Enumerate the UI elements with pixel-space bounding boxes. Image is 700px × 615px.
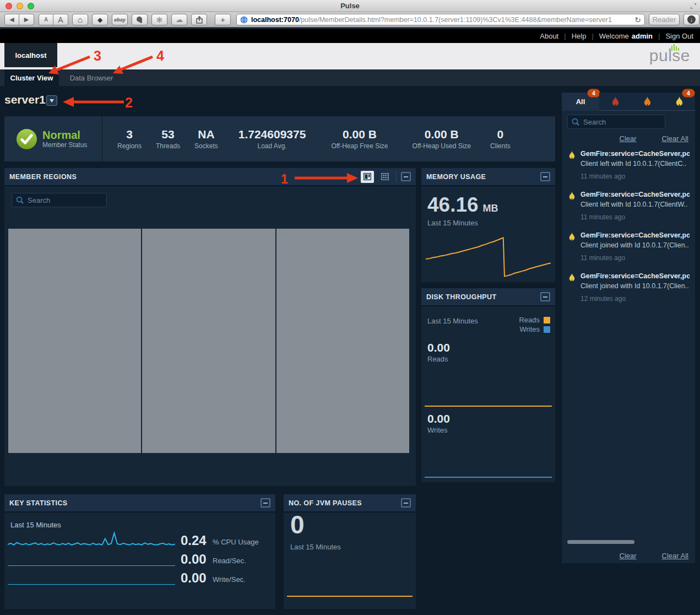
home-button[interactable]: ⌂: [72, 14, 88, 25]
reads-sec-flatline: [8, 565, 175, 567]
tab-all-notifications[interactable]: All 4: [562, 93, 599, 111]
larger-text-button[interactable]: A: [53, 14, 68, 25]
notifications-sidebar: All 4 4 Clear Clear All Ge: [562, 93, 695, 563]
separator: |: [592, 32, 593, 40]
collapse-icon[interactable]: [261, 498, 270, 508]
reads-label: Reads: [427, 355, 450, 363]
member-dropdown-button[interactable]: [46, 95, 57, 106]
severe-flame-icon[interactable]: [611, 96, 620, 107]
region-block[interactable]: [142, 229, 275, 453]
cluster-host-tab[interactable]: localhost: [4, 43, 57, 67]
memory-usage-header: MEMORY USAGE: [421, 168, 555, 186]
pulse-logo-bars-icon: [669, 44, 680, 51]
reader-button[interactable]: Reader: [649, 14, 680, 25]
memory-unit: MB: [483, 203, 498, 214]
separator: |: [658, 32, 660, 40]
disk-throughput-header: DISK THROUGHPUT: [421, 288, 555, 306]
member-regions-title: MEMBER REGIONS: [9, 173, 77, 181]
resize-icon[interactable]: [690, 3, 697, 9]
cpu-label: % CPU Usage: [213, 538, 259, 546]
jvm-pauses-panel: NO. OF JVM PAUSES 0 Last 15 Minutes: [284, 494, 416, 609]
notifications-search-input[interactable]: [583, 118, 649, 126]
bookmark-delicious-button[interactable]: ◆: [92, 14, 108, 25]
bookmark-evernote-button[interactable]: [132, 14, 148, 25]
sidebar-scrollbar[interactable]: [567, 540, 634, 544]
back-button[interactable]: ◀: [4, 14, 19, 25]
notification-item[interactable]: GemFire:service=CacheServer,port=404 Cli…: [568, 191, 690, 221]
utility-bar: About | Help | Welcome admin | Sign Out: [0, 29, 700, 43]
notification-message: Client joined with Id 10.0.1.7(Clien..: [580, 282, 690, 290]
collapse-icon[interactable]: [401, 172, 411, 181]
divider: [396, 171, 397, 182]
member-status-block: Normal Member Status: [4, 116, 102, 161]
warning-flame-icon: [568, 192, 576, 201]
text-size-group: A A: [39, 14, 68, 25]
region-block[interactable]: [276, 229, 409, 453]
sign-out-link[interactable]: Sign Out: [665, 32, 693, 40]
writes-sec-value: 0.00: [181, 570, 207, 586]
jvm-pauses-title: NO. OF JVM PAUSES: [289, 499, 362, 507]
jvm-flatline: [287, 596, 413, 597]
share-button[interactable]: [191, 14, 207, 25]
writes-swatch: [544, 326, 550, 333]
bookmark-asterisk-button[interactable]: ∗: [151, 14, 167, 25]
table-view-icon[interactable]: [378, 171, 392, 183]
memory-usage-chart: [426, 228, 551, 278]
jvm-pauses-value: 0: [290, 510, 305, 540]
cpu-sparkline: [8, 531, 175, 547]
notification-message: Client joined with Id 10.0.1.7(Clien..: [580, 241, 690, 249]
forward-button[interactable]: ▶: [19, 14, 34, 25]
notification-title: GemFire:service=CacheServer,port=404: [580, 272, 690, 280]
memory-period: Last 15 Minutes: [427, 219, 478, 227]
regions-search-input[interactable]: [28, 196, 94, 204]
writes-block: 0.00 Writes: [427, 412, 450, 434]
status-check-icon: [17, 129, 37, 149]
stat-load-avg: 1.724609375Load Avg.: [225, 128, 319, 150]
clear-all-link[interactable]: Clear All: [662, 552, 688, 560]
notification-time: 11 minutes ago: [580, 254, 690, 262]
memory-usage-panel: MEMORY USAGE 46.16MB Last 15 Minutes: [421, 168, 555, 282]
notification-title: GemFire:service=CacheServer,port=404: [580, 231, 690, 239]
tab-cluster-view[interactable]: Cluster View: [4, 69, 59, 86]
legend-writes: Writes: [519, 325, 550, 333]
bookmark-icloud-button[interactable]: ☁: [171, 14, 187, 25]
downloads-button[interactable]: ↓: [683, 14, 699, 25]
notification-item[interactable]: GemFire:service=CacheServer,port=404 Cli…: [568, 272, 690, 303]
notifications-search-box: [567, 115, 665, 129]
refresh-icon[interactable]: ↻: [634, 15, 641, 24]
collapse-icon[interactable]: [401, 498, 411, 508]
screen: Pulse ◀ ▶ A A ⌂ ◆ ebay ∗ ☁ + localhost:7: [0, 0, 700, 615]
disk-throughput-title: DISK THROUGHPUT: [426, 293, 497, 301]
about-link[interactable]: About: [540, 32, 558, 40]
collapse-icon[interactable]: [540, 292, 550, 301]
error-flame-icon[interactable]: [643, 96, 652, 107]
notification-title: GemFire:service=CacheServer,port=404: [580, 150, 690, 158]
notification-time: 11 minutes ago: [580, 172, 690, 180]
warning-flame-icon[interactable]: [675, 96, 683, 107]
window-title: Pulse: [0, 2, 700, 10]
reads-sec-row: 0.00 Read/Sec.: [8, 549, 272, 568]
help-link[interactable]: Help: [572, 32, 587, 40]
clear-link[interactable]: Clear: [620, 552, 637, 560]
download-icon: ↓: [687, 15, 696, 24]
clear-link[interactable]: Clear: [620, 134, 637, 143]
bookmark-ebay-button[interactable]: ebay: [112, 14, 128, 25]
region-block[interactable]: [8, 229, 141, 453]
share-icon: [196, 16, 203, 24]
memory-value-row: 46.16MB: [427, 193, 498, 217]
block-view-icon[interactable]: [361, 171, 374, 183]
smaller-text-button[interactable]: A: [39, 14, 53, 25]
address-bar[interactable]: localhost:7070/pulse/MemberDetails.html?…: [236, 14, 645, 25]
disk-throughput-panel: DISK THROUGHPUT Last 15 Minutes Reads Wr…: [421, 288, 555, 482]
globe-favicon: [240, 16, 248, 24]
warning-flame-icon: [568, 233, 576, 241]
reads-sec-value: 0.00: [181, 552, 207, 567]
notification-item[interactable]: GemFire:service=CacheServer,port=404 Cli…: [568, 231, 690, 262]
notification-item[interactable]: GemFire:service=CacheServer,port=404 Cli…: [568, 150, 690, 180]
collapse-icon[interactable]: [540, 172, 550, 181]
tab-data-browser[interactable]: Data Browser: [59, 69, 124, 86]
clear-all-link[interactable]: Clear All: [662, 134, 688, 143]
member-name: server1: [4, 93, 46, 106]
new-tab-button[interactable]: +: [215, 14, 231, 25]
status-state: Normal: [42, 129, 87, 141]
